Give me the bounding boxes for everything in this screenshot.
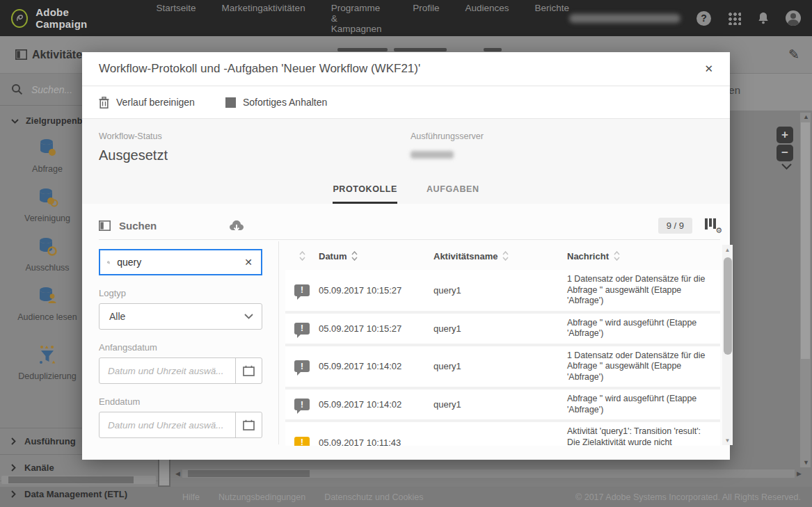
start-date-calendar-button[interactable] xyxy=(235,358,262,383)
stop-immediately-button[interactable]: Sofortiges Anhalten xyxy=(225,97,327,108)
log-severity-icon xyxy=(294,437,310,446)
zoom-in-button[interactable]: + xyxy=(777,127,793,143)
sort-severity-icon[interactable] xyxy=(285,251,319,261)
chevron-right-icon xyxy=(11,437,16,445)
modal-toolbar: Verlauf bereinigen Sofortiges Anhalten xyxy=(82,86,730,118)
end-date-input[interactable] xyxy=(99,412,235,437)
brand-title: Adobe Campaign xyxy=(35,6,113,30)
nav-menu: Startseite Marketingaktivitäten Programm… xyxy=(157,3,569,34)
log-table-scrollbar[interactable]: ▲ ▼ xyxy=(722,245,733,445)
modal-content: Suchen 9 / 9 ⚙ ✕ Logtyp xyxy=(82,204,730,460)
zoom-out-button[interactable]: − xyxy=(777,145,793,161)
modal-tabs: PROTOKOLLE AUFGABEN xyxy=(82,184,730,204)
adobe-campaign-logo-icon[interactable] xyxy=(11,9,28,28)
start-date-label: Anfangsdatum xyxy=(99,342,262,353)
scroll-down-arrow-icon[interactable]: ▼ xyxy=(722,435,733,445)
table-row[interactable]: 05.09.2017 10:14:02 query1 1 Datensatz o… xyxy=(285,346,720,387)
log-message: Abfrage " wird ausgeführt (Etappe 'Abfra… xyxy=(567,318,720,339)
log-message: 1 Datensatz oder Datensätze für die Abfr… xyxy=(567,274,720,307)
nav-item-programme-kampagnen[interactable]: Programme & Kampagnen xyxy=(331,3,388,34)
tab-protokolle[interactable]: PROTOKOLLE xyxy=(333,184,397,204)
calendar-icon xyxy=(243,365,255,376)
tab-aufgaben[interactable]: AUFGABEN xyxy=(427,184,479,204)
scroll-up-arrow-icon[interactable]: ▲ xyxy=(722,245,733,255)
scrollbar-thumb[interactable] xyxy=(724,257,732,355)
log-severity-icon xyxy=(294,360,310,372)
bell-icon[interactable] xyxy=(757,12,770,25)
table-row[interactable]: 05.09.2017 10:14:02 query1 Abfrage " wir… xyxy=(285,389,720,419)
end-date-calendar-button[interactable] xyxy=(235,412,262,437)
db-exclusion-icon xyxy=(36,235,58,257)
sidebar-item-deduplizierung[interactable]: Deduplizierung xyxy=(18,344,76,381)
stop-square-icon xyxy=(225,97,236,108)
db-audience-icon xyxy=(36,284,58,307)
log-date: 05.09.2017 10:15:27 xyxy=(319,285,433,296)
search-icon xyxy=(11,83,23,95)
sidebar-item-vereinigung[interactable]: Vereinigung xyxy=(24,186,70,223)
log-message: Aktivität 'query1': Transition 'result':… xyxy=(567,426,720,446)
log-activity: query1 xyxy=(433,323,567,334)
end-date-label: Enddatum xyxy=(99,396,262,407)
nav-item-audiences[interactable]: Audiences xyxy=(465,3,509,34)
sidebar-horizontal-scrollbar[interactable] xyxy=(1,476,156,484)
log-message: 1 Datensatz oder Datensätze für die Abfr… xyxy=(567,351,720,383)
footer-link-datenschutz[interactable]: Datenschutz und Cookies xyxy=(324,492,423,502)
column-header-nachricht[interactable]: Nachricht xyxy=(567,251,720,261)
dedup-funnel-icon xyxy=(35,344,59,366)
log-table-header: Datum Aktivitätsname Nachricht xyxy=(285,245,720,267)
table-row[interactable]: 05.09.2017 10:11:43 Aktivität 'query1': … xyxy=(285,422,720,446)
logtype-label: Logtyp xyxy=(99,288,262,298)
row-counter-badge: 9 / 9 xyxy=(658,218,692,234)
activities-panel-icon[interactable] xyxy=(15,49,27,60)
sidebar-item-abfrage[interactable]: Abfrage xyxy=(32,136,63,174)
column-header-aktivitaetsname[interactable]: Aktivitätsname xyxy=(433,251,567,261)
table-row[interactable]: 05.09.2017 10:15:27 query1 Abfrage " wir… xyxy=(285,314,720,344)
sidebar-section-data-management[interactable]: Data Management (ETL) xyxy=(0,481,158,507)
column-settings-icon[interactable]: ⚙ xyxy=(705,218,720,232)
column-header-datum[interactable]: Datum xyxy=(319,251,433,261)
canvas-chevron-down-icon[interactable] xyxy=(781,163,792,170)
sidebar-item-audience-lesen[interactable]: Audience lesen xyxy=(17,284,77,322)
redacted-server-name xyxy=(411,151,454,159)
clear-search-icon[interactable]: ✕ xyxy=(243,257,254,268)
sort-icon xyxy=(502,251,509,261)
log-date: 05.09.2017 10:15:27 xyxy=(319,323,433,334)
download-logs-icon[interactable] xyxy=(229,219,244,232)
redacted-org-name xyxy=(569,14,680,23)
nav-item-berichte[interactable]: Berichte xyxy=(534,3,569,34)
logtype-select[interactable]: Alle xyxy=(99,303,262,330)
nav-item-profile[interactable]: Profile xyxy=(413,3,439,34)
start-date-input[interactable] xyxy=(99,358,235,383)
edit-pencil-icon[interactable]: ✎ xyxy=(788,47,799,63)
filter-panel-toggle-icon[interactable] xyxy=(99,220,111,231)
workflow-status-label: Workflow-Status xyxy=(99,131,168,141)
nav-right: ? xyxy=(569,10,801,26)
log-date: 05.09.2017 10:14:02 xyxy=(319,399,433,410)
chevron-down-icon xyxy=(244,314,253,319)
footer-link-nutzungsbedingungen[interactable]: Nutzungsbedingungen xyxy=(218,492,305,502)
hidden-heading-fragment xyxy=(484,48,502,51)
account-icon[interactable] xyxy=(786,10,801,26)
nav-item-marketingaktivitaeten[interactable]: Marketingaktivitäten xyxy=(222,3,305,34)
clear-history-button[interactable]: Verlauf bereinigen xyxy=(99,97,195,108)
canvas-horizontal-scrollbar[interactable]: ◀ ▶ xyxy=(175,469,802,478)
footer-link-hilfe[interactable]: Hilfe xyxy=(182,492,200,502)
log-search-input[interactable] xyxy=(117,257,243,268)
table-row[interactable]: 05.09.2017 10:15:27 query1 1 Datensatz o… xyxy=(285,270,720,311)
nav-item-startseite[interactable]: Startseite xyxy=(157,3,196,34)
copyright-text: © 2017 Adobe Systems Incorporated. All R… xyxy=(575,492,801,502)
chevron-right-icon xyxy=(11,464,16,472)
divider xyxy=(278,241,279,444)
start-date-field xyxy=(99,357,262,384)
filter-panel-title: Suchen xyxy=(119,220,157,232)
canvas-right-scrollbar[interactable]: ▲ ▼ xyxy=(800,113,811,467)
apps-grid-icon[interactable] xyxy=(727,11,741,25)
top-nav: Adobe Campaign Startseite Marketingaktiv… xyxy=(0,0,812,36)
modal-status-band: Workflow-Status Ausgesetzt Ausführungsse… xyxy=(82,118,730,204)
sidebar-item-ausschluss[interactable]: Ausschluss xyxy=(25,235,69,273)
close-icon[interactable]: ✕ xyxy=(701,60,716,78)
log-table-rows: 05.09.2017 10:15:27 query1 1 Datensatz o… xyxy=(285,270,720,446)
help-icon[interactable]: ? xyxy=(696,11,711,26)
truncated-label: en xyxy=(729,84,740,96)
db-union-icon xyxy=(36,186,58,208)
